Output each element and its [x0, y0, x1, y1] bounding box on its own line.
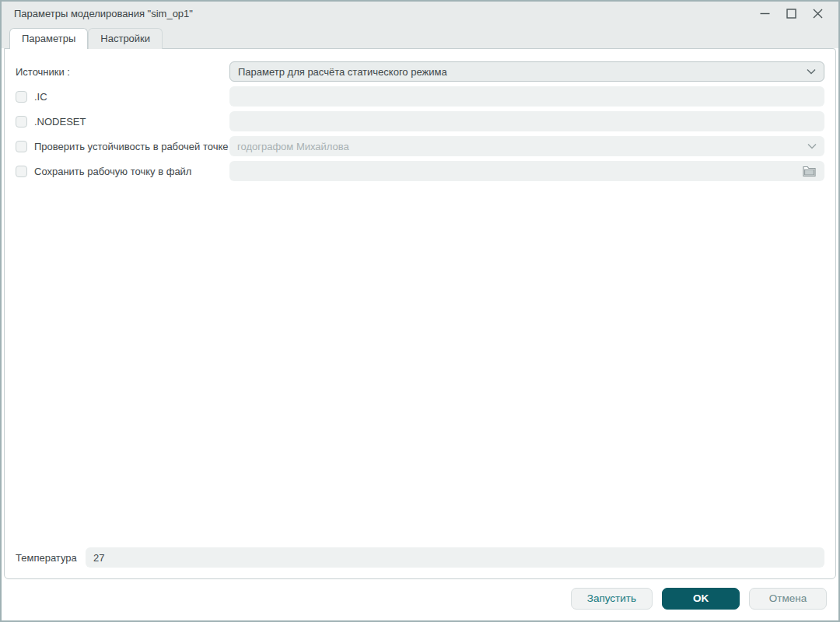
- minimize-button[interactable]: [754, 5, 775, 23]
- temperature-row: Температура 27: [16, 547, 824, 568]
- maximize-icon: [786, 9, 796, 19]
- nodeset-label: .NODESET: [34, 116, 86, 128]
- chevron-down-icon: [807, 68, 816, 75]
- ic-checkbox[interactable]: [16, 91, 27, 103]
- window-title: Параметры моделирования "sim_op1": [14, 8, 193, 19]
- temperature-label: Температура: [16, 552, 86, 564]
- temperature-input[interactable]: 27: [86, 547, 824, 568]
- stability-dropdown[interactable]: годографом Михайлова: [229, 136, 824, 156]
- stability-row: Проверить устойчивость в рабочей точке г…: [16, 136, 824, 156]
- sources-row: Источники : Параметр для расчёта статиче…: [16, 61, 824, 82]
- close-button[interactable]: [807, 5, 828, 23]
- chevron-down-icon: [807, 143, 817, 149]
- nodeset-row: .NODESET: [16, 111, 824, 131]
- cancel-button[interactable]: Отмена: [749, 588, 827, 610]
- nodeset-input[interactable]: [229, 111, 824, 131]
- ic-row: .IC: [16, 86, 824, 107]
- tab-settings[interactable]: Настройки: [88, 28, 163, 49]
- browse-file-button[interactable]: [802, 165, 817, 177]
- ic-label: .IC: [34, 91, 47, 103]
- stability-label: Проверить устойчивость в рабочей точке: [34, 141, 228, 152]
- tabbar: Параметры Настройки: [2, 26, 838, 48]
- ok-button[interactable]: OK: [662, 588, 740, 610]
- run-button[interactable]: Запустить: [571, 588, 653, 610]
- stability-dropdown-value: годографом Михайлова: [237, 141, 349, 152]
- maximize-button[interactable]: [781, 5, 801, 23]
- save-point-input[interactable]: [229, 161, 824, 181]
- tab-parameters[interactable]: Параметры: [9, 28, 88, 49]
- sources-dropdown[interactable]: Параметр для расчёта статического режима: [229, 61, 824, 82]
- window-controls: [754, 5, 828, 23]
- sources-label: Источники :: [16, 66, 229, 78]
- nodeset-checkbox[interactable]: [16, 116, 27, 128]
- ic-input[interactable]: [229, 86, 824, 107]
- save-point-row: Сохранить рабочую точку в файл: [16, 161, 824, 181]
- titlebar: Параметры моделирования "sim_op1": [2, 2, 838, 26]
- save-point-label: Сохранить рабочую точку в файл: [34, 166, 191, 177]
- folder-icon: [802, 165, 817, 177]
- save-point-checkbox[interactable]: [16, 166, 27, 177]
- panel-spacer: [16, 186, 824, 547]
- sources-dropdown-value: Параметр для расчёта статического режима: [238, 66, 447, 78]
- stability-checkbox[interactable]: [16, 141, 27, 152]
- tab-panel-parameters: Источники : Параметр для расчёта статиче…: [4, 48, 836, 579]
- temperature-input-value: 27: [93, 552, 104, 564]
- dialog-window: Параметры моделирования "sim_op1" Параме…: [0, 0, 840, 622]
- close-icon: [813, 9, 823, 19]
- minimize-icon: [760, 9, 770, 19]
- footer: Запустить OK Отмена: [2, 579, 838, 620]
